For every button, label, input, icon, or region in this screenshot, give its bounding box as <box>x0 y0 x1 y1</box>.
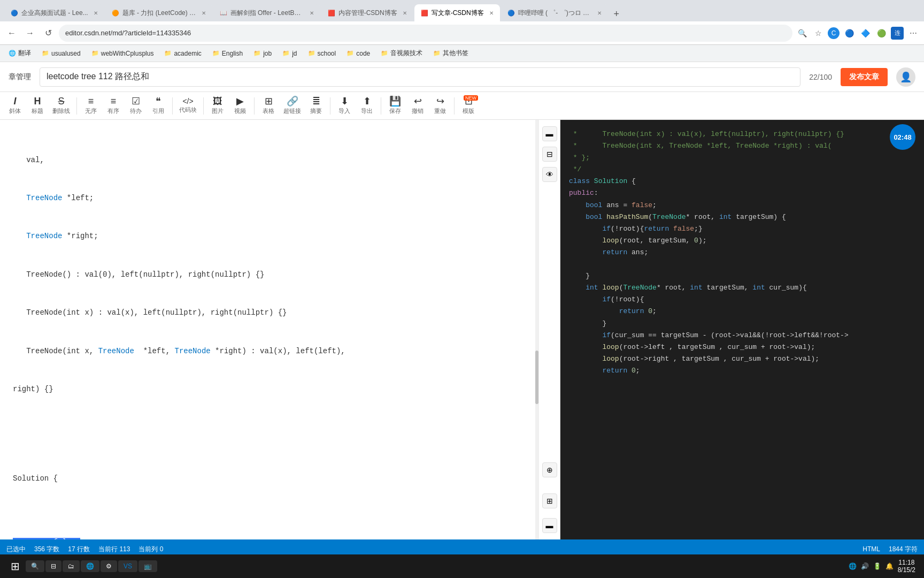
line-10: Solution { <box>13 473 547 485</box>
folder-icon-8: 📁 <box>346 50 354 57</box>
collapse-left-button[interactable]: ▬ <box>542 126 557 141</box>
ordered-button[interactable]: ≡ 有序 <box>103 94 124 118</box>
extension-icon2[interactable]: 🔷 <box>859 27 872 40</box>
redo-button[interactable]: ↪ 重做 <box>429 94 451 118</box>
editor-toolbar: I 斜体 H 标题 S 删除线 ≡ 无序 ≡ 有序 ☑ 待办 ❝ 引用 <box>0 92 924 120</box>
save-button[interactable]: 💾 保存 <box>384 94 406 118</box>
export-button[interactable]: ⬆ 导出 <box>356 94 378 118</box>
bookmark-other[interactable]: 📁 其他书签 <box>429 47 473 59</box>
tab-5[interactable]: 🟥 写文章-CSDN博客 ✕ <box>414 4 500 21</box>
unordered-button[interactable]: ≡ 无序 <box>80 94 102 118</box>
taskbar-clock[interactable]: 11:18 8/15/2 <box>898 559 915 574</box>
forward-button[interactable]: → <box>22 26 37 41</box>
right-code-content[interactable]: * TreeNode(int x) : val(x), left(nullptr… <box>560 120 924 539</box>
tab-1[interactable]: 🔵 企业高频面试题 - Lee... ✕ <box>4 4 104 21</box>
table-button[interactable]: ⊞ 表格 <box>258 94 279 118</box>
taskbar-item-edge[interactable]: 🌐 <box>81 560 99 572</box>
bookmark-translate-label: 翻译 <box>18 49 31 58</box>
video-button[interactable]: ▶ 视频 <box>229 94 251 118</box>
bookmark-video-label: 音视频技术 <box>390 49 422 58</box>
taskbar-item-task-view[interactable]: ⊟ <box>45 560 61 572</box>
tab-close-6[interactable]: ✕ <box>597 10 602 16</box>
todo-button[interactable]: ☑ 待办 <box>125 94 147 118</box>
current-row: 当前行 113 <box>98 545 130 554</box>
address-input[interactable] <box>59 25 792 42</box>
link-button[interactable]: 🔗 超链接 <box>280 94 304 118</box>
folder-icon-9: 📁 <box>381 50 388 57</box>
split-view-button[interactable]: ⊟ <box>542 147 557 162</box>
line-12: ans = false; <box>13 536 547 540</box>
taskbar-item-vscode[interactable]: VS <box>118 560 137 572</box>
new-tab-button[interactable]: + <box>609 6 624 21</box>
strikethrough-button[interactable]: S 删除线 <box>49 94 73 118</box>
content-area: val, TreeNode *left; TreeNode *right; Tr… <box>0 120 924 539</box>
profile-icon[interactable]: C <box>828 27 840 39</box>
editor-container: 章管理 22/100 发布文章 👤 I 斜体 H 标题 S 删除线 ≡ 无序 ≡… <box>0 62 924 559</box>
title-input[interactable] <box>40 67 800 87</box>
bookmark-academic[interactable]: 📁 academic <box>160 48 205 59</box>
reload-button[interactable]: ↺ <box>41 26 56 41</box>
bookmark-icon[interactable]: ☆ <box>812 27 825 40</box>
undo-button[interactable]: ↩ 撤销 <box>407 94 428 118</box>
heading-button[interactable]: H 标题 <box>27 94 48 118</box>
menu-icon[interactable]: ⋯ <box>907 27 920 40</box>
template-button[interactable]: ⊡ 模版 NEW <box>458 94 479 118</box>
taskbar-item-settings[interactable]: ⚙ <box>101 560 117 572</box>
expand-button[interactable]: ⊞ <box>542 493 557 508</box>
search-icon[interactable]: 🔍 <box>796 27 808 40</box>
separator-7 <box>454 97 455 115</box>
quote-button[interactable]: ❝ 引用 <box>148 94 169 118</box>
task-view-icon: ⊟ <box>51 562 56 570</box>
import-button[interactable]: ⬇ 导入 <box>334 94 355 118</box>
tab-2[interactable]: 🟠 题库 - 力扣 (LeetCode) 全... ✕ <box>105 4 212 21</box>
bookmark-job[interactable]: 📁 job <box>249 48 276 59</box>
tab-4[interactable]: 🟥 内容管理-CSDN博客 ✕ <box>321 4 413 21</box>
folder-icon-4: 📁 <box>212 50 220 57</box>
collapse-button[interactable]: ▬ <box>542 518 557 533</box>
tab-close-2[interactable]: ✕ <box>202 10 206 16</box>
extension-icon1[interactable]: 🔵 <box>843 27 856 40</box>
notification-icon[interactable]: 🔔 <box>886 562 894 570</box>
tab-close-1[interactable]: ✕ <box>94 10 98 16</box>
vpn-icon[interactable]: 连 <box>891 27 904 40</box>
summary-button[interactable]: ≣ 摘要 <box>305 94 327 118</box>
separator-6 <box>381 97 381 115</box>
italic-icon: I <box>13 96 16 106</box>
bookmark-video[interactable]: 📁 音视频技术 <box>376 47 427 59</box>
code-button[interactable]: </> 代码块 <box>176 94 200 118</box>
bookmark-school[interactable]: 📁 school <box>304 48 341 59</box>
right-panel: 02:48 * TreeNode(int x) : val(x), left(n… <box>560 120 924 539</box>
network-icon[interactable]: 🌐 <box>849 562 857 570</box>
tab-close-3[interactable]: ✕ <box>310 10 314 16</box>
italic-button[interactable]: I 斜体 <box>4 94 26 118</box>
bookmark-usualused[interactable]: 📁 usualused <box>37 48 85 59</box>
bookmark-academic-label: academic <box>174 50 201 57</box>
preview-button[interactable]: 👁 <box>542 167 557 182</box>
volume-icon[interactable]: 🔊 <box>861 562 869 570</box>
tab-close-5[interactable]: ✕ <box>489 10 494 16</box>
tab-6[interactable]: 🔵 哔哩哔哩 ( ゜- ゜)つロ 干杯... ✕ <box>501 4 608 21</box>
back-button[interactable]: ← <box>4 26 19 41</box>
bookmark-code-label: code <box>356 50 370 57</box>
undo-label: 撤销 <box>412 107 424 115</box>
taskbar-item-file-explorer[interactable]: 🗂 <box>63 560 80 572</box>
image-button[interactable]: 🖼 图片 <box>207 94 228 118</box>
bookmark-jd[interactable]: 📁 jd <box>278 48 301 59</box>
bookmark-code[interactable]: 📁 code <box>342 48 374 59</box>
start-button[interactable]: ⊞ <box>4 556 26 577</box>
locate-button[interactable]: ⊕ <box>542 462 557 477</box>
battery-icon[interactable]: 🔋 <box>873 562 881 570</box>
user-avatar[interactable]: 👤 <box>896 67 915 87</box>
link-icon: 🔗 <box>287 96 298 106</box>
left-editor-content[interactable]: val, TreeNode *left; TreeNode *right; Tr… <box>0 120 560 539</box>
bookmark-english[interactable]: 📁 English <box>208 48 247 59</box>
bookmark-web[interactable]: 📁 webWithCplusplus <box>87 48 158 59</box>
taskbar-item-search[interactable]: 🔍 <box>26 560 44 572</box>
tab-3[interactable]: 📖 画解剑指 Offer - LeetBook ✕ <box>213 4 320 21</box>
bookmark-translate[interactable]: 🌐 翻译 <box>4 47 35 59</box>
publish-button[interactable]: 发布文章 <box>841 68 888 86</box>
taskbar-item-app1[interactable]: 📺 <box>138 560 157 572</box>
extension-icon3[interactable]: 🟢 <box>875 27 888 40</box>
left-scrollbar-thumb[interactable] <box>535 351 538 404</box>
tab-close-4[interactable]: ✕ <box>403 10 407 16</box>
